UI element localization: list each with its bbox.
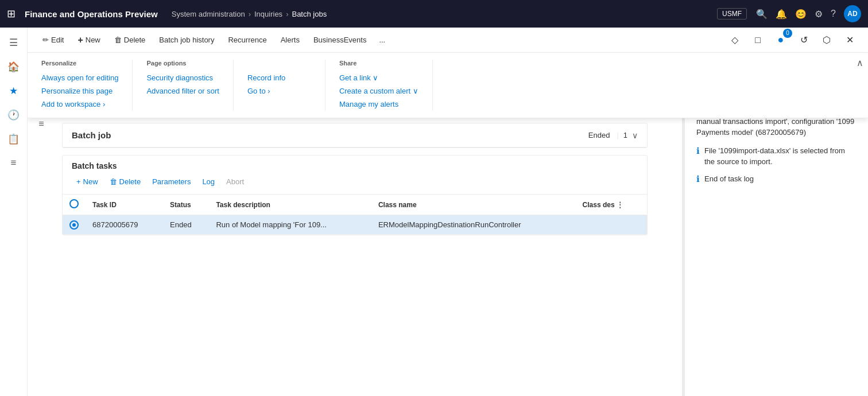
dropdown-personalize-title: Personalize: [41, 60, 118, 67]
row-class-des: [576, 215, 647, 235]
info-item-2: ℹ End of task log: [696, 173, 857, 185]
dropdown-close-btn[interactable]: ∧: [857, 57, 863, 68]
dropdown-page-options-title: Page options: [146, 60, 219, 67]
avatar[interactable]: AD: [844, 5, 861, 22]
breadcrumb-batch-jobs: Batch jobs: [292, 10, 327, 18]
row-radio[interactable]: [69, 220, 79, 230]
top-navigation: ⊞ Finance and Operations Preview System …: [0, 0, 868, 28]
th-task-id: Task ID: [86, 195, 163, 215]
new-button[interactable]: + New: [72, 32, 106, 49]
info-icon-2: ℹ: [696, 174, 700, 184]
sidebar-menu-icon[interactable]: ☰: [3, 32, 24, 53]
more-icon: ...: [379, 36, 385, 44]
recurrence-label: Recurrence: [228, 36, 266, 44]
tasks-new-button[interactable]: + New: [72, 175, 103, 188]
batch-job-expand-btn[interactable]: ∨: [632, 131, 638, 140]
search-nav-icon[interactable]: 🔍: [756, 9, 768, 20]
breadcrumb-inquiries[interactable]: Inquiries: [254, 10, 282, 18]
go-to-item[interactable]: Go to ›: [247, 84, 311, 98]
new-label: New: [86, 36, 100, 44]
refresh-icon-btn[interactable]: ↺: [795, 31, 813, 49]
alerts-label: Alerts: [281, 36, 300, 44]
settings-icon[interactable]: ⚙: [815, 9, 823, 20]
breadcrumb-system-admin[interactable]: System administration: [172, 10, 245, 18]
tasks-table: Task ID Status Task description Class na…: [63, 195, 647, 235]
always-open-editing-item[interactable]: Always open for editing: [41, 71, 118, 84]
tasks-delete-label: Delete: [119, 177, 141, 186]
batch-job-title: Batch job: [72, 130, 588, 140]
dropdown-share-section: Share Get a link ∨ Create a custom alert…: [326, 60, 433, 111]
batch-tasks-toolbar: + New 🗑 Delete Parameters Log: [72, 175, 638, 188]
th-class-des: Class des ⋮: [576, 195, 647, 215]
tasks-table-header-row: Task ID Status Task description Class na…: [63, 195, 647, 215]
delete-button[interactable]: 🗑 Delete: [108, 32, 152, 48]
batch-job-header: Batch job Ended | 1 ∨: [63, 123, 647, 147]
add-workspace-item[interactable]: Add to workspace ›: [41, 98, 118, 111]
batch-job-count: 1: [623, 131, 627, 139]
th-class-name: Class name: [371, 195, 576, 215]
header-radio[interactable]: [69, 199, 79, 208]
table-row[interactable]: 68720005679 Ended Run of Model mapping '…: [63, 215, 647, 235]
delete-label: Delete: [124, 36, 146, 44]
app-grid-icon[interactable]: ⊞: [7, 7, 16, 20]
more-button[interactable]: ...: [374, 32, 390, 48]
help-icon[interactable]: ?: [831, 9, 836, 19]
column-options-icon[interactable]: ⋮: [617, 201, 623, 209]
left-sidebar: ☰ 🏠 ★ 🕐 📋 ≡: [0, 28, 28, 396]
security-diagnostics-item[interactable]: Security diagnostics: [146, 71, 219, 84]
reorder-icon[interactable]: ≡: [38, 119, 44, 129]
delete-icon: 🗑: [114, 36, 122, 44]
nav-icons: 🔍 🔔 😊 ⚙ ? AD: [756, 5, 861, 22]
panel-icon-btn[interactable]: □: [749, 31, 767, 49]
sidebar-modules-icon[interactable]: ≡: [3, 153, 24, 173]
get-link-chevron: ∨: [373, 73, 378, 82]
right-panel: Message details ✕ Infolog for task Run o…: [684, 73, 868, 396]
tasks-abort-button: Abort: [222, 175, 249, 188]
environment-label: USMF: [717, 8, 747, 20]
tasks-log-button[interactable]: Log: [197, 175, 219, 188]
manage-alerts-item[interactable]: Manage my alerts: [339, 98, 418, 111]
recurrence-button[interactable]: Recurrence: [222, 32, 272, 48]
alerts-button[interactable]: Alerts: [275, 32, 305, 48]
info-item-1: ℹ File '1099import-data.xlsx' is selecte…: [696, 145, 857, 168]
advanced-filter-sort-item[interactable]: Advanced filter or sort: [146, 84, 219, 98]
tasks-parameters-button[interactable]: Parameters: [148, 175, 195, 188]
tasks-delete-button[interactable]: 🗑 Delete: [105, 175, 146, 188]
tasks-abort-label: Abort: [226, 177, 244, 186]
batch-job-status: Ended: [588, 131, 610, 139]
row-task-id: 68720005679: [86, 215, 163, 235]
th-task-description: Task description: [209, 195, 371, 215]
tasks-table-container: Task ID Status Task description Class na…: [63, 195, 647, 235]
sidebar-favorites-icon[interactable]: ★: [3, 80, 24, 101]
sidebar-home-icon[interactable]: 🏠: [3, 56, 24, 77]
personalize-page-item[interactable]: Personalize this page: [41, 84, 118, 98]
info-icon-1: ℹ: [696, 146, 700, 156]
diamond-icon-btn[interactable]: ◇: [726, 31, 744, 49]
close-toolbar-btn[interactable]: ✕: [840, 31, 859, 49]
info-text-2: End of task log: [704, 173, 754, 185]
notification-icon[interactable]: 🔔: [776, 9, 787, 20]
record-info-item[interactable]: Record info: [247, 71, 311, 84]
batch-job-history-button[interactable]: Batch job history: [153, 32, 220, 48]
dropdown-share-title: Share: [339, 60, 418, 67]
sidebar-workspace-icon[interactable]: 📋: [3, 129, 24, 149]
row-select-cell[interactable]: [63, 215, 86, 235]
batch-job-section: Batch job Ended | 1 ∨: [62, 123, 648, 148]
page-content: ▽ ≡ ▽ Batch job | Standard view ∨ 687199…: [28, 73, 682, 396]
get-link-item[interactable]: Get a link ∨: [339, 71, 418, 84]
custom-alert-chevron: ∨: [413, 87, 418, 95]
sidebar-recent-icon[interactable]: 🕐: [3, 104, 24, 125]
tasks-parameters-label: Parameters: [152, 177, 191, 186]
dropdown-personalize-section: Personalize Always open for editing Pers…: [28, 60, 133, 111]
batch-tasks-title: Batch tasks: [72, 161, 638, 170]
dropdown-record-title: [247, 60, 311, 67]
emoji-icon[interactable]: 😊: [795, 9, 807, 20]
th-select: [63, 195, 86, 215]
create-custom-alert-item[interactable]: Create a custom alert ∨: [339, 84, 418, 98]
edit-button[interactable]: ✏ Edit: [37, 32, 69, 48]
open-new-icon-btn[interactable]: ⬡: [817, 31, 836, 49]
tasks-new-icon: +: [76, 177, 81, 186]
info-text-1: File '1099import-data.xlsx' is selected …: [704, 145, 857, 168]
breadcrumb-sep-1: ›: [249, 10, 251, 18]
business-events-button[interactable]: BusinessEvents: [308, 32, 373, 48]
